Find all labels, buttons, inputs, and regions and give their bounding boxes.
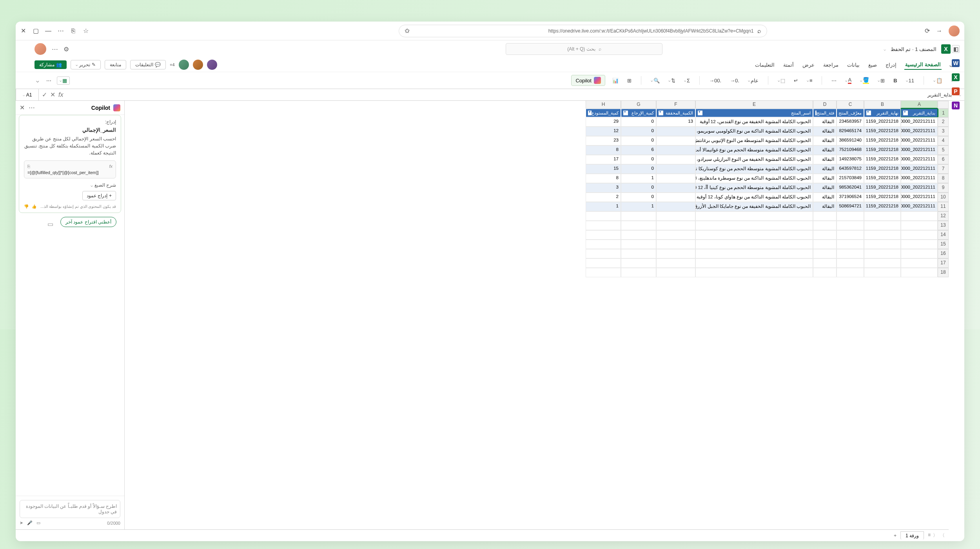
cell-A8[interactable]: 202212111_0000 <box>901 174 938 183</box>
merge-button[interactable]: ⬚⌵ <box>776 77 787 84</box>
cell-F2[interactable]: 13 <box>656 117 695 127</box>
cell-G9[interactable]: 0 <box>621 183 656 193</box>
number-format-selector[interactable]: عام ⌵ <box>746 77 760 84</box>
cell-B5[interactable]: 20221218_1159 <box>864 145 901 155</box>
cell-D4[interactable]: البقالة <box>813 136 837 145</box>
cell-A14[interactable] <box>901 230 938 240</box>
cell-D13[interactable] <box>813 221 837 230</box>
cell-C7[interactable]: 643597812 <box>837 164 864 174</box>
row-head-9[interactable]: 9 <box>938 183 949 193</box>
copilot-ribbon-button[interactable]: Copilot <box>571 75 605 86</box>
row-head-17[interactable]: 17 <box>938 258 949 268</box>
cell-B2[interactable]: 20221218_1159 <box>864 117 901 127</box>
cell-B6[interactable]: 20221218_1159 <box>864 155 901 164</box>
cell-E6[interactable]: الحبوب الكاملة المشوية الخفيفة من النوع … <box>695 155 813 164</box>
cell-B7[interactable]: 20221218_1159 <box>864 164 901 174</box>
cell-E5[interactable]: الحبوب الكاملة المشوية متوسطة الحجم من ن… <box>695 145 813 155</box>
cell-E7[interactable]: الحبوب الكاملة المشوية متوسطة الحجم من ن… <box>695 164 813 174</box>
cell-E14[interactable] <box>695 230 813 240</box>
tab-review[interactable]: مراجعة <box>822 60 839 69</box>
cell-A9[interactable]: 202212111_0000 <box>901 183 938 193</box>
cell-A18[interactable] <box>901 268 938 277</box>
cell-C14[interactable] <box>837 230 864 240</box>
col-head-B[interactable]: B <box>864 101 901 109</box>
cell-D2[interactable]: البقالة <box>813 117 837 127</box>
document-title[interactable]: المصنف 1 · تم الحفظ <box>891 46 936 52</box>
cell-D8[interactable]: البقالة <box>813 174 837 183</box>
cell-A12[interactable] <box>901 211 938 221</box>
cell-C18[interactable] <box>837 268 864 277</box>
rail-onenote-icon[interactable]: N <box>952 102 960 109</box>
cell-G14[interactable] <box>621 230 656 240</box>
cell-A5[interactable]: 202212111_0000 <box>901 145 938 155</box>
cell-H18[interactable] <box>586 268 621 277</box>
filter-dropdown-icon[interactable] <box>866 111 871 115</box>
cell-D3[interactable]: البقالة <box>813 127 837 136</box>
cell-F11[interactable] <box>656 202 695 211</box>
cell-G5[interactable]: 6 <box>621 145 656 155</box>
profile-avatar[interactable] <box>949 25 960 36</box>
cell-E2[interactable]: الحبوب الكاملة المشوية الخفيفة من نوع ال… <box>695 117 813 127</box>
table-header-4[interactable]: اسم_المنتج <box>695 109 813 117</box>
cell-E13[interactable] <box>695 221 813 230</box>
cell-H3[interactable]: 12 <box>586 127 621 136</box>
cell-A3[interactable]: 202212111_0000 <box>901 127 938 136</box>
cell-F16[interactable] <box>656 249 695 258</box>
cell-G15[interactable] <box>621 240 656 249</box>
row-head-5[interactable]: 5 <box>938 145 949 155</box>
cell-G11[interactable]: 1 <box>621 202 656 211</box>
cell-B4[interactable]: 20221218_1159 <box>864 136 901 145</box>
cell-H12[interactable] <box>586 211 621 221</box>
table-header-5[interactable]: الكمية_المحققة <box>656 109 695 117</box>
cell-H4[interactable]: 23 <box>586 136 621 145</box>
cell-C13[interactable] <box>837 221 864 230</box>
row-head-16[interactable]: 16 <box>938 249 949 258</box>
cell-F8[interactable] <box>656 174 695 183</box>
cell-C11[interactable]: 508694721 <box>837 202 864 211</box>
more-font-button[interactable]: ⋯ <box>830 77 838 84</box>
cell-G6[interactable]: 0 <box>621 155 656 164</box>
row-head-12[interactable]: 12 <box>938 211 949 221</box>
col-head-G[interactable]: G <box>621 101 656 109</box>
rail-word-icon[interactable]: W <box>952 59 960 67</box>
tab-view[interactable]: عرض <box>802 60 815 69</box>
cell-F14[interactable] <box>656 230 695 240</box>
cell-A7[interactable]: 202212111_0000 <box>901 164 938 174</box>
wrap-text-button[interactable]: ↵ <box>792 77 800 84</box>
row-head-10[interactable]: 10 <box>938 193 949 202</box>
cell-F12[interactable] <box>656 211 695 221</box>
cell-C5[interactable]: 752109468 <box>837 145 864 155</box>
table-header-6[interactable]: كمية_الإرجاع <box>621 109 656 117</box>
cell-C9[interactable]: 985362041 <box>837 183 864 193</box>
cell-D16[interactable] <box>813 249 837 258</box>
cell-B10[interactable]: 20221218_1159 <box>864 193 901 202</box>
col-head-D[interactable]: D <box>813 101 837 109</box>
cell-B16[interactable] <box>864 249 901 258</box>
filter-dropdown-icon[interactable] <box>903 111 908 115</box>
cell-C2[interactable]: 234583957 <box>837 117 864 127</box>
table-header-7[interactable]: كمية_المستودع <box>586 109 621 117</box>
rail-home-icon[interactable]: ◧ <box>952 45 960 53</box>
cell-H14[interactable] <box>586 230 621 240</box>
cell-E18[interactable] <box>695 268 813 277</box>
table-header-1[interactable]: نهاية_التقرير <box>864 109 901 117</box>
cell-G7[interactable]: 0 <box>621 164 656 174</box>
forward-icon[interactable]: → <box>936 27 942 35</box>
cell-C8[interactable]: 215703849 <box>837 174 864 183</box>
cell-B14[interactable] <box>864 230 901 240</box>
row-head-13[interactable]: 13 <box>938 221 949 230</box>
cell-B9[interactable]: 20221218_1159 <box>864 183 901 193</box>
addins-button[interactable]: ⊞ <box>626 77 633 84</box>
table-header-2[interactable]: معرّف_المنتج <box>837 109 864 117</box>
cell-H16[interactable] <box>586 249 621 258</box>
row-head-8[interactable]: 8 <box>938 174 949 183</box>
increase-decimal-button[interactable]: .0→ <box>728 77 741 84</box>
tab-insert[interactable]: إدراج <box>885 60 897 69</box>
cell-D9[interactable]: البقالة <box>813 183 837 193</box>
cell-B18[interactable] <box>864 268 901 277</box>
font-color-button[interactable]: A⌵ <box>844 76 853 85</box>
col-head-H[interactable]: H <box>586 101 621 109</box>
cell-B8[interactable]: 20221218_1159 <box>864 174 901 183</box>
analyze-button[interactable]: 📊 <box>611 77 620 84</box>
filter-dropdown-icon[interactable] <box>588 111 592 115</box>
